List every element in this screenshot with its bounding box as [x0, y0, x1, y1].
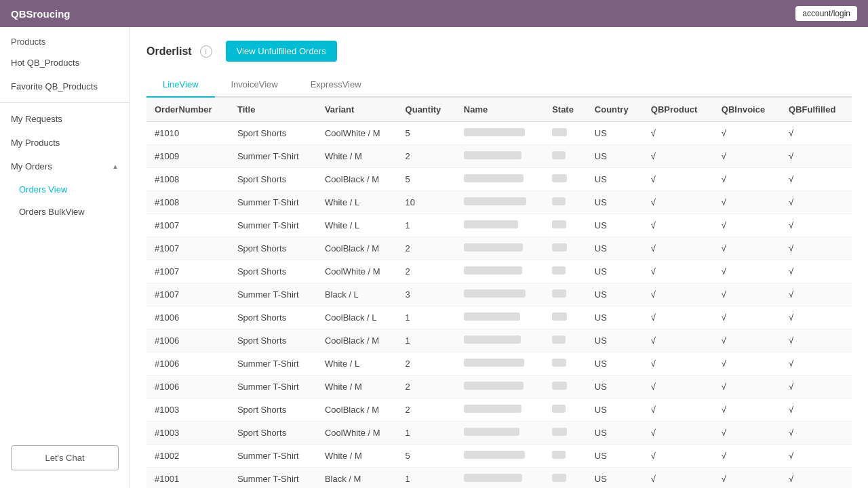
cell-qbproduct: √: [643, 399, 713, 422]
col-variant: Variant: [317, 98, 397, 122]
user-login[interactable]: account/login: [795, 6, 857, 21]
cell-name: [456, 122, 544, 145]
cell-qbproduct: √: [643, 352, 713, 375]
main-content: Orderlist i View Unfulfilled Orders Line…: [130, 27, 868, 488]
cell-qbfulfilled: √: [781, 122, 852, 145]
table-row: #1006 Summer T-Shirt White / L 2 US √ √ …: [146, 352, 852, 375]
cell-order-number: #1006: [146, 329, 229, 352]
cell-order-number: #1008: [146, 191, 229, 214]
cell-qbfulfilled: √: [781, 352, 852, 375]
cell-state: [544, 375, 587, 399]
cell-qbproduct: √: [643, 468, 713, 489]
cell-variant: CoolBlack / M: [317, 237, 397, 260]
cell-order-number: #1003: [146, 399, 229, 422]
cell-title: Summer T-Shirt: [229, 445, 317, 468]
cell-variant: White / M: [317, 445, 397, 468]
cell-quantity: 2: [397, 237, 456, 260]
cell-name: [456, 237, 544, 260]
sidebar-item-orders-bulkview[interactable]: Orders BulkView: [0, 201, 130, 223]
tab-invoice-view[interactable]: InvoiceView: [215, 73, 294, 98]
cell-country: US: [587, 214, 643, 237]
cell-order-number: #1006: [146, 375, 229, 399]
table-row: #1006 Sport Shorts CoolBlack / L 1 US √ …: [146, 306, 852, 329]
cell-title: Summer T-Shirt: [229, 283, 317, 306]
cell-state: [544, 191, 587, 214]
sidebar-item-hot-qb-products[interactable]: Hot QB_Products: [0, 51, 130, 75]
cell-state: [544, 445, 587, 468]
cell-qbproduct: √: [643, 329, 713, 352]
cell-variant: White / L: [317, 191, 397, 214]
cell-variant: CoolWhite / M: [317, 260, 397, 283]
cell-title: Sport Shorts: [229, 260, 317, 283]
cell-qbfulfilled: √: [781, 214, 852, 237]
cell-country: US: [587, 122, 643, 145]
cell-state: [544, 468, 587, 489]
cell-qbinvoice: √: [713, 145, 781, 168]
col-qbfulfilled: QBFulfilled: [781, 98, 852, 122]
cell-country: US: [587, 168, 643, 191]
table-row: #1007 Summer T-Shirt White / L 1 US √ √ …: [146, 214, 852, 237]
cell-title: Summer T-Shirt: [229, 352, 317, 375]
tab-line-view[interactable]: LineView: [146, 73, 215, 98]
cell-qbinvoice: √: [713, 122, 781, 145]
cell-country: US: [587, 283, 643, 306]
table-row: #1003 Sport Shorts CoolBlack / M 2 US √ …: [146, 399, 852, 422]
cell-qbproduct: √: [643, 306, 713, 329]
my-orders-label: My Orders: [11, 161, 52, 171]
cell-quantity: 2: [397, 375, 456, 399]
cell-qbinvoice: √: [713, 422, 781, 445]
products-section-label: Products: [0, 27, 130, 51]
sidebar-item-my-requests[interactable]: My Requests: [0, 107, 130, 131]
cell-qbinvoice: √: [713, 329, 781, 352]
cell-name: [456, 329, 544, 352]
cell-order-number: #1008: [146, 168, 229, 191]
cell-country: US: [587, 260, 643, 283]
col-order-number: OrderNumber: [146, 98, 229, 122]
sidebar-item-my-orders[interactable]: My Orders ▲: [0, 155, 130, 178]
cell-quantity: 2: [397, 260, 456, 283]
cell-state: [544, 352, 587, 375]
main-layout: Products Hot QB_Products Favorite QB_Pro…: [0, 27, 868, 488]
sidebar-item-favorite-qb-products[interactable]: Favorite QB_Products: [0, 75, 130, 98]
sidebar-item-orders-view[interactable]: Orders View: [0, 178, 130, 201]
lets-chat-button[interactable]: Let's Chat: [11, 445, 119, 470]
info-icon[interactable]: i: [200, 45, 212, 58]
cell-country: US: [587, 329, 643, 352]
cell-state: [544, 422, 587, 445]
cell-qbinvoice: √: [713, 306, 781, 329]
cell-variant: White / L: [317, 214, 397, 237]
cell-country: US: [587, 468, 643, 489]
cell-qbfulfilled: √: [781, 306, 852, 329]
view-unfulfilled-button[interactable]: View Unfulfilled Orders: [226, 41, 337, 62]
table-row: #1006 Summer T-Shirt White / M 2 US √ √ …: [146, 375, 852, 399]
tab-express-view[interactable]: ExpressView: [294, 73, 378, 98]
content-header: Orderlist i View Unfulfilled Orders: [146, 41, 852, 62]
cell-order-number: #1007: [146, 237, 229, 260]
table-row: #1003 Sport Shorts CoolWhite / M 1 US √ …: [146, 422, 852, 445]
cell-qbfulfilled: √: [781, 191, 852, 214]
cell-qbproduct: √: [643, 375, 713, 399]
col-title: Title: [229, 98, 317, 122]
table-row: #1007 Sport Shorts CoolBlack / M 2 US √ …: [146, 237, 852, 260]
sidebar-divider-1: [0, 102, 130, 103]
cell-quantity: 10: [397, 191, 456, 214]
cell-state: [544, 283, 587, 306]
cell-name: [456, 422, 544, 445]
cell-qbfulfilled: √: [781, 260, 852, 283]
sidebar: Products Hot QB_Products Favorite QB_Pro…: [0, 27, 130, 488]
cell-quantity: 5: [397, 445, 456, 468]
cell-country: US: [587, 352, 643, 375]
table-row: #1001 Summer T-Shirt Black / M 1 US √ √ …: [146, 468, 852, 489]
cell-order-number: #1007: [146, 260, 229, 283]
cell-qbproduct: √: [643, 422, 713, 445]
cell-variant: CoolBlack / M: [317, 399, 397, 422]
table-header-row: OrderNumber Title Variant Quantity Name …: [146, 98, 852, 122]
table-row: #1002 Summer T-Shirt White / M 5 US √ √ …: [146, 445, 852, 468]
cell-qbinvoice: √: [713, 468, 781, 489]
cell-quantity: 2: [397, 399, 456, 422]
cell-quantity: 5: [397, 168, 456, 191]
col-qbinvoice: QBInvoice: [713, 98, 781, 122]
cell-qbfulfilled: √: [781, 237, 852, 260]
cell-qbinvoice: √: [713, 214, 781, 237]
sidebar-item-my-products[interactable]: My Products: [0, 131, 130, 155]
